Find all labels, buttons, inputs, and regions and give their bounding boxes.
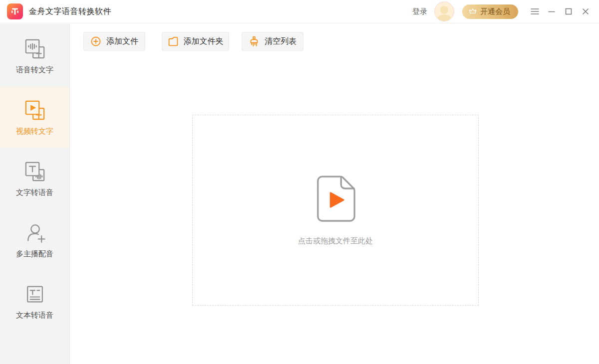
add-file-button[interactable]: 添加文件 [83, 32, 145, 51]
sidebar-item-label: 文本转语音 [16, 311, 53, 320]
add-folder-label: 添加文件夹 [184, 36, 224, 47]
dropzone-hint: 点击或拖拽文件至此处 [298, 236, 373, 246]
close-icon[interactable] [579, 5, 592, 18]
file-dropzone[interactable]: 点击或拖拽文件至此处 [192, 115, 479, 306]
sidebar-item-label: 文字转语音 [16, 188, 53, 197]
avatar-head-shape [440, 6, 448, 14]
minimize-icon[interactable] [545, 5, 558, 18]
sidebar-item-text-file-to-speech[interactable]: 文本转语音 [0, 271, 69, 332]
text-to-speech-icon [24, 161, 46, 182]
titlebar-right: 登录 开通会员 [412, 1, 592, 21]
sidebar-item-label: 多主播配音 [16, 249, 53, 259]
maximize-icon[interactable] [562, 5, 575, 18]
sidebar-item-video-to-text[interactable]: 视频转文字 [0, 87, 69, 148]
login-link[interactable]: 登录 [412, 7, 427, 16]
clear-list-label: 清空列表 [265, 36, 297, 47]
avatar-torso-shape [437, 14, 451, 21]
sidebar-item-label: 视频转文字 [16, 127, 53, 136]
sidebar: 语音转文字 视频转文字 文字转语音 多主播配音 文 [0, 24, 70, 364]
vip-button-label: 开通会员 [480, 7, 510, 16]
sidebar-item-text-to-speech[interactable]: 文字转语音 [0, 148, 69, 209]
add-folder-icon [168, 36, 179, 47]
text-file-to-speech-icon [24, 283, 46, 305]
speech-to-text-icon [24, 38, 46, 60]
app-logo-icon [7, 3, 23, 19]
add-file-label: 添加文件 [106, 36, 138, 47]
video-file-icon [314, 175, 357, 223]
add-file-icon [90, 36, 101, 47]
clear-list-icon [249, 36, 260, 47]
multi-speaker-dubbing-icon [24, 222, 46, 244]
clear-list-button[interactable]: 清空列表 [242, 32, 303, 51]
sidebar-item-speech-to-text[interactable]: 语音转文字 [0, 25, 69, 87]
user-avatar[interactable] [434, 1, 454, 21]
sidebar-item-multi-speaker-dubbing[interactable]: 多主播配音 [0, 209, 69, 271]
titlebar: 金舟文字语音转换软件 登录 开通会员 [0, 0, 599, 23]
sidebar-item-label: 语音转文字 [16, 65, 53, 75]
video-to-text-icon [24, 99, 46, 121]
open-vip-button[interactable]: 开通会员 [462, 4, 518, 19]
menu-icon[interactable] [528, 5, 541, 18]
app-title: 金舟文字语音转换软件 [29, 6, 111, 17]
window-controls [528, 5, 592, 18]
add-folder-button[interactable]: 添加文件夹 [162, 32, 229, 51]
crown-icon [468, 7, 477, 16]
main-panel: 添加文件 添加文件夹 清空列表 点击或拖拽文件至此处 [70, 24, 599, 364]
